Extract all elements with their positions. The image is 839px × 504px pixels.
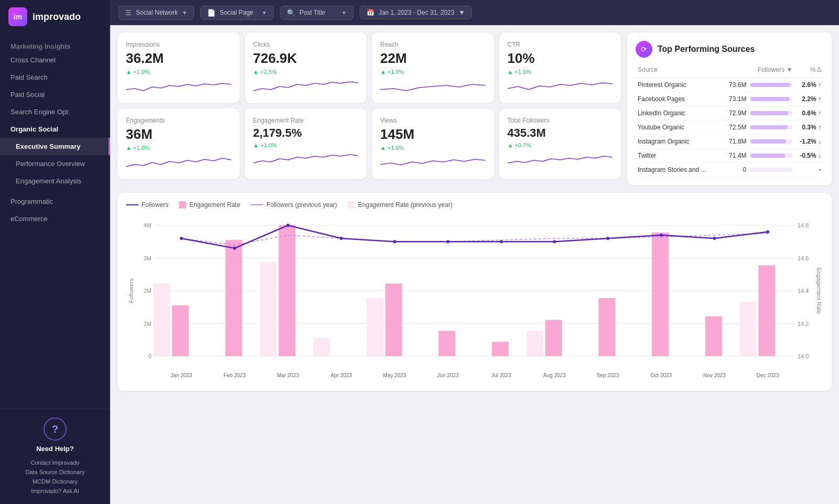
top-sources-panel: ⟳ Top Performing Sources Source Follower… [627,32,832,185]
metric-change-ctr: ▲ +1.0% [508,69,613,75]
source-name: Youtube Organic [636,120,717,135]
sidebar-section-marketing: Marketing Insights [0,38,110,51]
metric-card-engagements: Engagements 36M ▲ +1.0% [117,108,240,179]
legend-followers-prev-line [251,204,263,205]
metric-label-ctr: CTR [508,41,613,48]
sidebar-item-performance-overview[interactable]: Performance Overview [0,155,110,172]
metric-change-views: ▲ +1.6% [380,145,486,151]
table-row: Instagram Stories and ...0- [636,163,823,177]
sparkline-reach [380,79,486,95]
sidebar-item-ecommerce[interactable]: eCommerce [0,210,110,227]
source-pct: -0.5% ↓ [794,149,823,163]
source-pct: 0.6% ↑ [794,106,823,120]
help-link-contact[interactable]: Contact Improvado [8,458,102,467]
legend-followers-line [126,204,138,205]
top-sources-header: ⟳ Top Performing Sources [636,41,823,58]
sidebar-item-programmatic[interactable]: Programmatic [0,193,110,210]
source-name: LinkedIn Organic [636,106,717,120]
logo: im improvado [0,0,110,34]
sparkline-impressions [126,79,231,95]
sources-table: Source Followers ▼ % Δ Pinterest Organic… [636,64,823,177]
help-link-mcdm[interactable]: MCDM Dictionary [8,477,102,486]
sparkline-clicks [253,79,359,95]
metric-label-engagement-rate: Engagement Rate [253,117,359,124]
help-icon: ? [44,418,67,441]
topbar: ☰ Social Network ▼ 📄 Social Page ▼ 🔍 Pos… [110,0,839,25]
metric-value-views: 145M [380,126,486,143]
filter-social-network[interactable]: ☰ Social Network ▼ [119,6,194,20]
source-name: Twitter [636,149,717,163]
legend-engagement-bar [179,201,186,209]
metric-card-reach: Reach 22M ▲ +1.9% [372,32,494,103]
main-chart [126,215,823,382]
metric-value-impressions: 36.2M [126,50,231,67]
help-title: Need Help? [8,445,102,453]
metric-card-total-followers: Total Followers 435.3M ▲ +0.7% [499,108,621,179]
source-pct: - [794,163,823,177]
sources-title: Top Performing Sources [658,45,755,54]
metric-value-total-followers: 435.3M [508,126,613,140]
sparkline-total-followers [508,152,613,168]
filter-social-page[interactable]: 📄 Social Page ▼ [200,6,274,20]
metric-label-clicks: Clicks [253,41,359,48]
sidebar: im improvado Marketing Insights Cross Ch… [0,0,110,504]
metric-change-engagements: ▲ +1.0% [126,145,231,151]
social-network-icon: ☰ [125,9,132,17]
sidebar-item-search-engine[interactable]: Search Engine Opt. [0,103,110,120]
filter-post-title-label: Post Title [299,9,325,16]
table-row: Pinterest Organic73.6M2.6% ↑ [636,78,823,92]
dashboard: Impressions 36.2M ▲ +1.0% Clicks 726.9K … [110,25,839,504]
metric-change-clicks: ▲ +2.5% [253,69,359,75]
source-followers: 71.4M [717,149,794,163]
filter-post-title[interactable]: 🔍 Post Title ▼ [280,6,353,20]
chart-container [126,215,823,382]
table-row: Facebook Pages73.1M2.2% ↑ [636,92,823,106]
legend-engagement-rate: Engagement Rate [179,201,240,209]
source-followers: 72.9M [717,106,794,120]
metric-cards-grid: Impressions 36.2M ▲ +1.0% Clicks 726.9K … [117,32,621,179]
sidebar-help: ? Need Help? Contact Improvado Data Sour… [0,409,110,504]
legend-followers-prev: Followers (previous year) [251,201,337,209]
date-filter[interactable]: 📅 Jan 1, 2023 - Dec 31, 2023 ▼ [360,6,472,19]
metric-label-impressions: Impressions [126,41,231,48]
sidebar-item-cross-channel[interactable]: Cross Channel [0,51,110,69]
chevron-down-icon-4: ▼ [459,9,465,16]
metric-card-clicks: Clicks 726.9K ▲ +2.5% [245,32,367,103]
help-link-data-source[interactable]: Data Source Dictionary [8,467,102,477]
sidebar-item-paid-search[interactable]: Paid Search [0,69,110,86]
sidebar-item-organic-social[interactable]: Organic Social [0,120,110,138]
metric-card-ctr: CTR 10% ▲ +1.0% [499,32,621,103]
source-name: Pinterest Organic [636,78,717,92]
metric-card-impressions: Impressions 36.2M ▲ +1.0% [117,32,240,103]
source-name: Instagram Organic [636,135,717,149]
legend-followers: Followers [126,201,168,209]
metric-label-views: Views [380,117,486,124]
sources-icon: ⟳ [636,41,652,58]
sparkline-engagement-rate [253,152,359,168]
chart-card: Followers Engagement Rate Followers (pre… [117,193,832,391]
table-row: LinkedIn Organic72.9M0.6% ↑ [636,106,823,120]
sidebar-item-executive-summary[interactable]: Executive Summary [0,138,110,155]
source-name: Facebook Pages [636,92,717,106]
metric-label-engagements: Engagements [126,117,231,124]
metric-card-engagement-rate: Engagement Rate 2,179.5% ▲ +1.0% [245,108,367,179]
col-source: Source [636,64,717,78]
sparkline-views [380,155,486,171]
help-link-ask-ai[interactable]: Improvado? Ask AI [8,486,102,496]
legend-engagement-prev-label: Engagement Rate (previous year) [358,201,453,209]
chevron-down-icon-3: ▼ [341,10,347,16]
sidebar-item-engagement-analysis[interactable]: Engagement Analysis [0,172,110,190]
filter-social-page-label: Social Page [220,9,253,16]
col-followers: Followers ▼ [717,64,794,78]
table-row: Instagram Organic71.8M-1.2% ↓ [636,135,823,149]
col-pct: % Δ [794,64,823,78]
sidebar-nav: Marketing Insights Cross Channel Paid Se… [0,34,110,409]
source-followers: 73.6M [717,78,794,92]
legend-followers-label: Followers [142,201,168,209]
sidebar-item-paid-social[interactable]: Paid Social [0,86,110,103]
source-pct: 2.6% ↑ [794,78,823,92]
legend-engagement-prev-bar [348,201,355,209]
metric-value-reach: 22M [380,50,486,67]
main-content: ☰ Social Network ▼ 📄 Social Page ▼ 🔍 Pos… [110,0,839,504]
filter-social-network-label: Social Network [136,9,178,16]
